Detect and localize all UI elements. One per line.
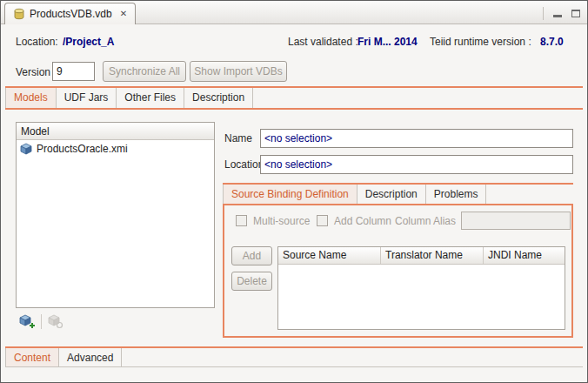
bottom-tab-bar: Content Advanced xyxy=(5,348,583,367)
model-cube-icon xyxy=(20,143,32,155)
tab-advanced[interactable]: Advanced xyxy=(59,348,122,366)
model-row-label: ProductsOracle.xmi xyxy=(37,143,128,155)
column-header-jndi-name[interactable]: JNDI Name xyxy=(484,247,565,264)
show-import-vdbs-button[interactable]: Show Import VDBs xyxy=(190,61,287,82)
location-label: Location: xyxy=(16,36,58,48)
tab-models[interactable]: Models xyxy=(5,88,57,108)
view-controls xyxy=(543,6,580,20)
source-bindings-table: Source Name Translator Name JNDI Name xyxy=(277,246,565,330)
tab-source-binding-definition[interactable]: Source Binding Definition xyxy=(223,185,357,204)
models-column-header[interactable]: Model xyxy=(17,123,214,140)
main-tabs-bottom-divider xyxy=(5,108,583,110)
location-field-label: Location xyxy=(224,158,264,171)
tab-content[interactable]: Content xyxy=(5,348,59,366)
controls-divider xyxy=(543,7,544,20)
column-header-source-name[interactable]: Source Name xyxy=(278,247,381,264)
editor-tab-title: ProductsVDB.vdb xyxy=(30,8,112,20)
multi-source-label: Multi-source xyxy=(253,215,310,227)
models-column-header-label: Model xyxy=(21,125,50,138)
toolbar-divider xyxy=(41,314,42,329)
name-field[interactable] xyxy=(260,129,573,148)
editor-tab-bar: ProductsVDB.vdb ✕ xyxy=(1,1,587,24)
column-alias-label: Column Alias xyxy=(395,215,456,227)
column-header-translator-name[interactable]: Translator Name xyxy=(381,247,484,264)
remove-model-icon xyxy=(48,313,63,329)
source-binding-panel: Multi-source Add Column Column Alias Add… xyxy=(223,204,573,338)
binding-tab-bar: Source Binding Definition Description Pr… xyxy=(223,185,573,204)
location-field[interactable] xyxy=(260,155,573,174)
tab-other-files[interactable]: Other Files xyxy=(117,88,184,108)
version-input[interactable] xyxy=(52,62,95,81)
table-row[interactable]: ProductsOracle.xmi xyxy=(17,140,214,158)
vdb-file-icon xyxy=(13,8,25,20)
tab-binding-description[interactable]: Description xyxy=(357,185,426,204)
tab-udf-jars[interactable]: UDF Jars xyxy=(57,88,117,108)
column-alias-input[interactable] xyxy=(461,212,571,230)
teiid-runtime-version-label: Teiid runtime version : xyxy=(430,36,531,48)
version-label: Version xyxy=(16,66,50,78)
tab-problems[interactable]: Problems xyxy=(426,185,487,204)
location-value: /Project_A xyxy=(63,36,114,48)
add-column-label: Add Column xyxy=(334,215,391,227)
last-validated-label: Last validated : xyxy=(288,36,358,48)
synchronize-all-button[interactable]: Synchronize All xyxy=(103,61,186,82)
teiid-runtime-version-value: 8.7.0 xyxy=(540,36,564,48)
close-icon[interactable]: ✕ xyxy=(120,10,127,18)
main-tab-bar: Models UDF Jars Other Files Description xyxy=(5,88,583,108)
editor-tab-productsvdb[interactable]: ProductsVDB.vdb ✕ xyxy=(4,3,136,24)
minimize-icon[interactable] xyxy=(553,15,562,17)
multi-source-checkbox[interactable] xyxy=(236,215,247,226)
add-model-button[interactable] xyxy=(18,312,36,330)
tab-description[interactable]: Description xyxy=(184,88,253,108)
name-label: Name xyxy=(224,132,252,144)
last-validated-value: Fri M... 2014 xyxy=(357,36,418,48)
source-bindings-table-body xyxy=(278,265,565,329)
add-model-icon xyxy=(19,313,35,329)
maximize-icon[interactable] xyxy=(571,10,580,17)
delete-button[interactable]: Delete xyxy=(231,272,272,291)
models-table: Model ProductsOracle.xmi xyxy=(16,122,215,308)
remove-model-button[interactable] xyxy=(47,312,64,330)
add-column-checkbox[interactable] xyxy=(317,215,328,226)
add-button[interactable]: Add xyxy=(231,246,272,265)
source-bindings-table-header: Source Name Translator Name JNDI Name xyxy=(278,247,565,265)
vdb-editor-window: ProductsVDB.vdb ✕ Location: /Project_A L… xyxy=(0,0,588,383)
